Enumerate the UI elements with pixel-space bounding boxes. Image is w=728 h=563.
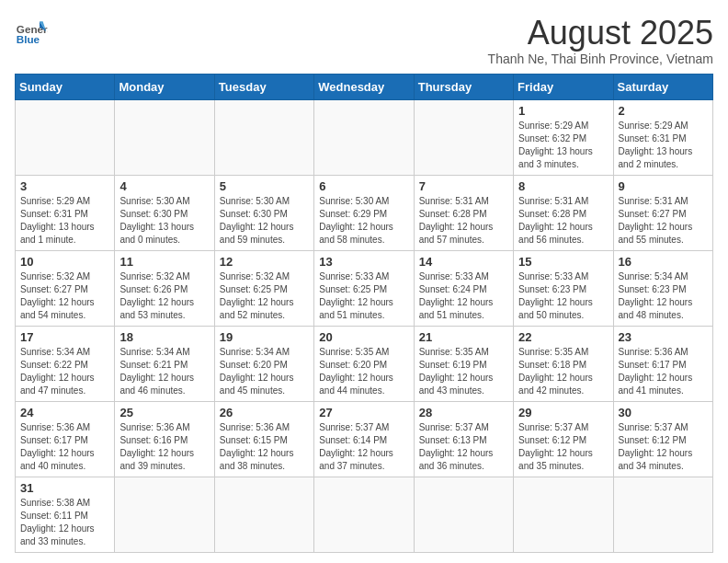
day-info: Sunrise: 5:32 AMSunset: 6:26 PMDaylight:…	[119, 270, 209, 322]
day-number: 25	[119, 406, 209, 419]
calendar-week-3: 10Sunrise: 5:32 AMSunset: 6:27 PMDayligh…	[16, 250, 713, 326]
calendar-cell: 15Sunrise: 5:33 AMSunset: 6:23 PMDayligh…	[514, 250, 613, 326]
day-number: 3	[20, 179, 109, 193]
day-info: Sunrise: 5:34 AMSunset: 6:22 PMDaylight:…	[20, 346, 109, 397]
day-info: Sunrise: 5:33 AMSunset: 6:25 PMDaylight:…	[319, 270, 408, 322]
day-info: Sunrise: 5:34 AMSunset: 6:21 PMDaylight:…	[119, 346, 209, 397]
calendar-cell: 8Sunrise: 5:31 AMSunset: 6:28 PMDaylight…	[514, 175, 613, 250]
day-number: 9	[619, 179, 708, 193]
title-block: August 2025 Thanh Ne, Thai Binh Province…	[488, 15, 713, 66]
day-number: 13	[319, 255, 408, 269]
calendar-cell: 19Sunrise: 5:34 AMSunset: 6:20 PMDayligh…	[214, 326, 313, 401]
calendar-cell: 31Sunrise: 5:38 AMSunset: 6:11 PMDayligh…	[16, 477, 115, 552]
calendar-week-5: 24Sunrise: 5:36 AMSunset: 6:17 PMDayligh…	[16, 401, 713, 477]
calendar-cell	[414, 99, 513, 175]
day-number: 12	[220, 255, 309, 269]
calendar-cell	[214, 99, 313, 175]
calendar-cell: 13Sunrise: 5:33 AMSunset: 6:25 PMDayligh…	[314, 250, 414, 326]
calendar-cell: 14Sunrise: 5:33 AMSunset: 6:24 PMDayligh…	[414, 250, 513, 326]
calendar-cell: 21Sunrise: 5:35 AMSunset: 6:19 PMDayligh…	[414, 326, 513, 401]
day-info: Sunrise: 5:31 AMSunset: 6:28 PMDaylight:…	[419, 195, 508, 247]
day-info: Sunrise: 5:31 AMSunset: 6:27 PMDaylight:…	[619, 195, 708, 247]
calendar-cell	[115, 477, 214, 552]
day-info: Sunrise: 5:30 AMSunset: 6:30 PMDaylight:…	[220, 195, 309, 247]
location-subtitle: Thanh Ne, Thai Binh Province, Vietnam	[488, 52, 713, 66]
day-number: 30	[619, 406, 708, 419]
day-info: Sunrise: 5:37 AMSunset: 6:12 PMDaylight:…	[619, 421, 708, 473]
day-info: Sunrise: 5:36 AMSunset: 6:16 PMDaylight:…	[119, 421, 209, 473]
calendar-cell: 4Sunrise: 5:30 AMSunset: 6:30 PMDaylight…	[115, 175, 214, 250]
day-number: 14	[419, 255, 508, 269]
day-number: 6	[319, 179, 408, 193]
day-number: 4	[119, 179, 209, 193]
day-number: 29	[518, 406, 608, 419]
day-info: Sunrise: 5:30 AMSunset: 6:29 PMDaylight:…	[319, 195, 408, 247]
calendar-cell: 3Sunrise: 5:29 AMSunset: 6:31 PMDaylight…	[16, 175, 115, 250]
day-number: 20	[319, 330, 408, 344]
col-header-thursday: Thursday	[414, 74, 513, 99]
day-number: 17	[20, 330, 109, 344]
calendar-cell: 5Sunrise: 5:30 AMSunset: 6:30 PMDaylight…	[214, 175, 313, 250]
day-info: Sunrise: 5:34 AMSunset: 6:23 PMDaylight:…	[619, 270, 708, 322]
day-info: Sunrise: 5:35 AMSunset: 6:19 PMDaylight:…	[419, 346, 508, 397]
svg-text:Blue: Blue	[17, 33, 40, 45]
calendar-cell: 18Sunrise: 5:34 AMSunset: 6:21 PMDayligh…	[115, 326, 214, 401]
calendar-cell: 20Sunrise: 5:35 AMSunset: 6:20 PMDayligh…	[314, 326, 414, 401]
calendar-cell: 22Sunrise: 5:35 AMSunset: 6:18 PMDayligh…	[514, 326, 613, 401]
day-number: 15	[518, 255, 608, 269]
calendar-cell: 28Sunrise: 5:37 AMSunset: 6:13 PMDayligh…	[414, 401, 513, 477]
calendar-cell: 24Sunrise: 5:36 AMSunset: 6:17 PMDayligh…	[16, 401, 115, 477]
day-info: Sunrise: 5:37 AMSunset: 6:13 PMDaylight:…	[419, 421, 508, 473]
day-number: 31	[20, 481, 109, 495]
calendar-cell: 23Sunrise: 5:36 AMSunset: 6:17 PMDayligh…	[613, 326, 712, 401]
day-info: Sunrise: 5:35 AMSunset: 6:20 PMDaylight:…	[319, 346, 408, 397]
calendar-week-4: 17Sunrise: 5:34 AMSunset: 6:22 PMDayligh…	[16, 326, 713, 401]
day-info: Sunrise: 5:36 AMSunset: 6:15 PMDaylight:…	[220, 421, 309, 473]
day-info: Sunrise: 5:34 AMSunset: 6:20 PMDaylight:…	[220, 346, 309, 397]
calendar-cell	[115, 99, 214, 175]
calendar-week-6: 31Sunrise: 5:38 AMSunset: 6:11 PMDayligh…	[16, 477, 713, 552]
calendar-cell: 29Sunrise: 5:37 AMSunset: 6:12 PMDayligh…	[514, 401, 613, 477]
col-header-wednesday: Wednesday	[314, 74, 414, 99]
calendar-cell: 17Sunrise: 5:34 AMSunset: 6:22 PMDayligh…	[16, 326, 115, 401]
day-number: 28	[419, 406, 508, 419]
day-info: Sunrise: 5:32 AMSunset: 6:25 PMDaylight:…	[220, 270, 309, 322]
day-info: Sunrise: 5:32 AMSunset: 6:27 PMDaylight:…	[20, 270, 109, 322]
calendar-cell: 11Sunrise: 5:32 AMSunset: 6:26 PMDayligh…	[115, 250, 214, 326]
logo: General Blue	[15, 15, 48, 48]
calendar-cell: 10Sunrise: 5:32 AMSunset: 6:27 PMDayligh…	[16, 250, 115, 326]
calendar-cell	[16, 99, 115, 175]
month-year-title: August 2025	[488, 15, 713, 52]
day-info: Sunrise: 5:29 AMSunset: 6:31 PMDaylight:…	[20, 195, 109, 247]
calendar-cell: 30Sunrise: 5:37 AMSunset: 6:12 PMDayligh…	[613, 401, 712, 477]
day-number: 23	[619, 330, 708, 344]
day-info: Sunrise: 5:30 AMSunset: 6:30 PMDaylight:…	[119, 195, 209, 247]
day-number: 24	[20, 406, 109, 419]
day-number: 7	[419, 179, 508, 193]
day-info: Sunrise: 5:37 AMSunset: 6:12 PMDaylight:…	[518, 421, 608, 473]
day-info: Sunrise: 5:33 AMSunset: 6:24 PMDaylight:…	[419, 270, 508, 322]
day-number: 27	[319, 406, 408, 419]
day-info: Sunrise: 5:38 AMSunset: 6:11 PMDaylight:…	[20, 497, 109, 548]
col-header-friday: Friday	[514, 74, 613, 99]
day-info: Sunrise: 5:35 AMSunset: 6:18 PMDaylight:…	[518, 346, 608, 397]
day-number: 10	[20, 255, 109, 269]
col-header-saturday: Saturday	[613, 74, 712, 99]
calendar-cell: 12Sunrise: 5:32 AMSunset: 6:25 PMDayligh…	[214, 250, 313, 326]
calendar-cell: 9Sunrise: 5:31 AMSunset: 6:27 PMDaylight…	[613, 175, 712, 250]
day-number: 5	[220, 179, 309, 193]
day-number: 18	[119, 330, 209, 344]
calendar-cell: 27Sunrise: 5:37 AMSunset: 6:14 PMDayligh…	[314, 401, 414, 477]
day-number: 1	[518, 104, 608, 118]
calendar-cell	[414, 477, 513, 552]
calendar-week-1: 1Sunrise: 5:29 AMSunset: 6:32 PMDaylight…	[16, 99, 713, 175]
calendar-cell: 1Sunrise: 5:29 AMSunset: 6:32 PMDaylight…	[514, 99, 613, 175]
day-number: 19	[220, 330, 309, 344]
calendar-cell: 25Sunrise: 5:36 AMSunset: 6:16 PMDayligh…	[115, 401, 214, 477]
header: General Blue August 2025 Thanh Ne, Thai …	[15, 15, 713, 66]
day-info: Sunrise: 5:31 AMSunset: 6:28 PMDaylight:…	[518, 195, 608, 247]
col-header-sunday: Sunday	[16, 74, 115, 99]
calendar-cell: 16Sunrise: 5:34 AMSunset: 6:23 PMDayligh…	[613, 250, 712, 326]
day-number: 22	[518, 330, 608, 344]
calendar-cell	[613, 477, 712, 552]
